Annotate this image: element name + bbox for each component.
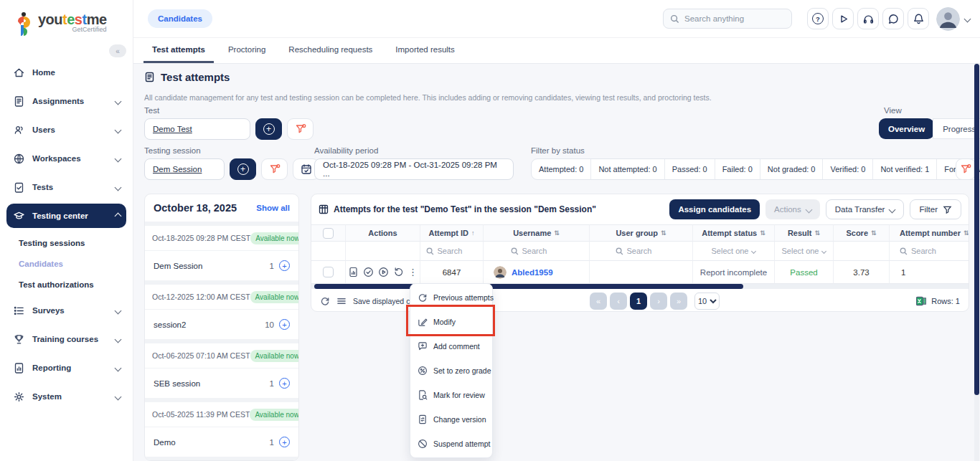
chip-not-verified[interactable]: Not verified: 1 xyxy=(873,159,937,179)
username-search[interactable] xyxy=(484,242,590,261)
menu-item-add-comment[interactable]: Add comment xyxy=(410,334,492,358)
support-button[interactable] xyxy=(857,8,879,29)
attempt-id-search[interactable] xyxy=(420,242,484,261)
data-transfer-button[interactable]: Data Transfer xyxy=(826,199,905,219)
sidebar-item-users[interactable]: Users xyxy=(6,118,126,142)
add-test-button[interactable]: + xyxy=(255,118,282,140)
chip-not-attempted[interactable]: Not attempted: 0 xyxy=(591,159,664,179)
chip-not-graded[interactable]: Not graded: 0 xyxy=(760,159,824,179)
refresh-button[interactable] xyxy=(320,296,330,306)
username-link[interactable]: Abled1959 xyxy=(512,268,553,277)
sidebar-item-system[interactable]: System xyxy=(6,384,126,409)
sidebar-collapse-button[interactable]: « xyxy=(109,44,126,57)
view-progress-button[interactable]: Progress xyxy=(933,118,980,139)
result-select[interactable]: Select one xyxy=(775,242,834,261)
menu-item-suspend-attempt[interactable]: Suspend attempt xyxy=(410,432,492,456)
horizontal-scrollbar-thumb[interactable] xyxy=(314,284,743,289)
column-user-group[interactable]: User group⇅ xyxy=(590,224,693,242)
column-score[interactable]: Score⇅ xyxy=(834,224,890,242)
add-candidate-icon[interactable]: + xyxy=(279,260,290,271)
session-name[interactable]: session2 xyxy=(154,320,186,329)
select-all-checkbox[interactable] xyxy=(323,228,334,239)
chip-passed[interactable]: Passed: 0 xyxy=(665,159,715,179)
attempt-status-select[interactable]: Select one xyxy=(693,242,775,261)
session-name[interactable]: Dem Session xyxy=(154,262,202,270)
menu-item-change-version[interactable]: Change version xyxy=(410,407,492,432)
add-comment-icon xyxy=(418,341,428,351)
add-candidate-icon[interactable]: + xyxy=(279,378,290,389)
row-checkbox[interactable] xyxy=(323,267,334,277)
tab-test-attempts[interactable]: Test attempts xyxy=(143,38,214,63)
next-page-button[interactable]: › xyxy=(650,293,667,310)
sidebar-item-testing-center[interactable]: Testing center xyxy=(6,204,126,228)
help-button[interactable]: ? xyxy=(807,8,829,29)
menu-item-set-to-zero-grade[interactable]: Set to zero grade xyxy=(410,358,492,383)
attempt-number-search[interactable] xyxy=(890,242,969,261)
column-username[interactable]: Username⇅ xyxy=(484,224,590,242)
session-name[interactable]: SEB session xyxy=(154,379,200,388)
sidebar-item-candidates[interactable]: Candidates xyxy=(0,253,133,274)
clear-test-filter-button[interactable] xyxy=(287,118,314,140)
chip-attempted[interactable]: Attempted: 0 xyxy=(532,159,591,179)
first-page-button[interactable]: « xyxy=(590,293,607,310)
sidebar-item-reporting[interactable]: Reporting xyxy=(6,356,126,380)
global-search[interactable] xyxy=(663,9,792,29)
tab-rescheduling-requests[interactable]: Rescheduling requests xyxy=(280,38,381,63)
assign-candidates-button[interactable]: Assign candidates xyxy=(669,199,760,219)
sort-icon: ⇅ xyxy=(815,229,821,237)
filter-button[interactable]: Filter xyxy=(910,199,961,219)
sidebar-item-testing-sessions[interactable]: Testing sessions xyxy=(0,232,133,253)
last-page-button[interactable]: » xyxy=(670,293,687,310)
column-attempt-status[interactable]: Attempt status⇅ xyxy=(693,224,775,242)
notifications-button[interactable] xyxy=(908,8,929,29)
sidebar-item-home[interactable]: Home xyxy=(6,60,126,85)
sidebar-item-tests[interactable]: Tests xyxy=(6,175,126,199)
tab-proctoring[interactable]: Proctoring xyxy=(220,38,274,63)
add-session-button[interactable]: + xyxy=(230,158,256,180)
chip-verified[interactable]: Verified: 0 xyxy=(823,159,873,179)
menu-item-previous-attempts[interactable]: Previous attempts xyxy=(410,285,492,310)
breadcrumb[interactable]: Candidates xyxy=(148,9,212,28)
tutorial-button[interactable] xyxy=(832,8,854,29)
add-candidate-icon[interactable]: + xyxy=(279,319,290,330)
sidebar-item-workspaces[interactable]: Workspaces xyxy=(6,146,126,171)
cell-result: Passed xyxy=(775,261,834,284)
user-avatar[interactable] xyxy=(936,7,960,31)
more-actions-icon[interactable]: ⋮ xyxy=(408,267,418,277)
availability-period-field[interactable]: Oct-18-2025 09:28 PM - Oct-31-2025 09:28… xyxy=(314,158,514,180)
menu-item-mark-for-review[interactable]: Mark for review xyxy=(410,383,492,407)
show-all-link[interactable]: Show all xyxy=(256,204,290,212)
prev-page-button[interactable]: ‹ xyxy=(610,293,627,310)
add-candidate-icon[interactable]: + xyxy=(279,437,290,447)
sidebar-item-surveys[interactable]: Surveys xyxy=(6,298,126,323)
search-input[interactable] xyxy=(684,14,778,23)
tab-imported-results[interactable]: Imported results xyxy=(387,38,463,63)
clear-status-filter-button[interactable] xyxy=(956,158,976,180)
columns-menu-button[interactable] xyxy=(336,296,347,306)
sidebar-item-test-authorizations[interactable]: Test authorizations xyxy=(0,274,133,295)
verify-icon[interactable] xyxy=(363,267,374,277)
column-result[interactable]: Result⇅ xyxy=(775,224,834,242)
session-select[interactable]: Dem Session xyxy=(144,158,225,180)
resume-icon[interactable] xyxy=(378,267,389,277)
menu-item-modify[interactable]: Modify xyxy=(410,310,492,334)
rows-per-page-select[interactable]: 10 xyxy=(694,293,720,310)
report-icon[interactable] xyxy=(348,267,359,277)
profile-menu-chevron-icon[interactable] xyxy=(964,15,971,22)
page-scrollbar-thumb[interactable] xyxy=(974,64,979,395)
sidebar-item-training-courses[interactable]: Training courses xyxy=(6,327,126,351)
user-group-search[interactable] xyxy=(590,242,693,261)
actions-button[interactable]: Actions xyxy=(765,199,820,219)
excel-export-icon[interactable] xyxy=(916,296,926,306)
column-attempt-id[interactable]: Attempt ID↑ xyxy=(420,224,484,242)
test-select[interactable]: Demo Test xyxy=(144,118,250,140)
view-overview-button[interactable]: Overview xyxy=(879,118,934,139)
column-attempt-number[interactable]: Attempt number⇅ xyxy=(890,224,969,242)
session-name[interactable]: Demo xyxy=(154,438,176,447)
clear-session-filter-button[interactable] xyxy=(261,158,288,180)
history-icon[interactable] xyxy=(393,267,404,277)
sidebar-item-assignments[interactable]: Assignments xyxy=(6,89,126,113)
page-1-button[interactable]: 1 xyxy=(630,293,647,310)
chat-button[interactable] xyxy=(882,8,904,29)
chip-failed[interactable]: Failed: 0 xyxy=(715,159,760,179)
